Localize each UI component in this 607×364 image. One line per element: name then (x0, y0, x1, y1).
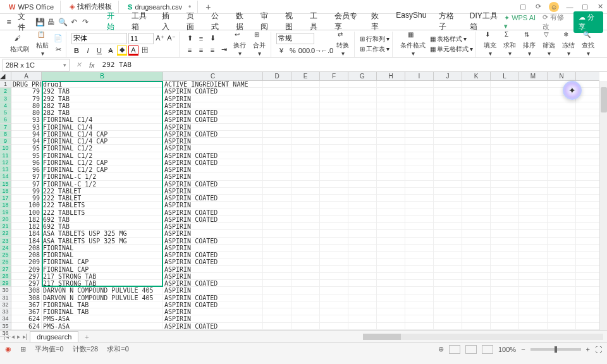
cell[interactable] (519, 195, 548, 201)
cell[interactable] (548, 188, 576, 194)
cell[interactable] (434, 315, 462, 322)
row-header[interactable]: 27 (0, 266, 11, 273)
cell[interactable] (405, 258, 434, 265)
cell[interactable] (377, 258, 405, 265)
merge-button[interactable]: ⊞合并▾ (250, 30, 268, 58)
cell[interactable] (462, 145, 491, 151)
cell[interactable] (491, 138, 519, 144)
sort-button[interactable]: ⇅排序▾ (520, 30, 538, 58)
cell[interactable] (462, 109, 491, 116)
status-tool-icon[interactable]: ⊕ (438, 345, 444, 353)
cell[interactable]: PMS-ASA (42, 323, 163, 329)
cell[interactable]: 282 TAB (42, 109, 163, 116)
cell[interactable] (434, 308, 462, 315)
cell[interactable] (320, 323, 348, 329)
cell[interactable] (348, 81, 377, 87)
cell[interactable] (434, 273, 462, 279)
cell[interactable] (519, 209, 548, 215)
fill-color-button[interactable]: ◆ (117, 46, 127, 56)
cell[interactable] (405, 124, 434, 130)
cell[interactable] (405, 266, 434, 272)
cell[interactable]: 80 (11, 102, 42, 109)
currency-icon[interactable]: ¥ (276, 46, 286, 56)
row-header[interactable]: 19 (0, 209, 11, 216)
fx-icon[interactable]: fx (85, 61, 99, 69)
cell[interactable] (263, 152, 291, 159)
cell[interactable] (491, 145, 519, 151)
row-header[interactable]: 20 (0, 216, 11, 223)
cell[interactable] (377, 159, 405, 166)
cell[interactable] (291, 266, 320, 272)
cell[interactable] (377, 294, 405, 301)
row-header[interactable]: 1 (0, 81, 11, 88)
cell[interactable] (548, 116, 576, 123)
cell[interactable] (434, 266, 462, 272)
cell[interactable] (377, 81, 405, 87)
cell[interactable] (377, 315, 405, 322)
cell[interactable]: 692 TAB (42, 216, 163, 222)
cell[interactable] (491, 230, 519, 236)
cell[interactable] (263, 301, 291, 308)
fullscreen-icon[interactable]: ⛶ (595, 346, 602, 353)
cell[interactable] (548, 230, 576, 236)
name-box[interactable]: 28R x 1C▾ (3, 59, 70, 71)
cell[interactable] (377, 124, 405, 130)
select-all-corner[interactable]: ◢ (0, 72, 11, 81)
italic-button[interactable]: I (83, 46, 93, 56)
cell[interactable]: drug1 (42, 81, 163, 87)
cell[interactable]: ASPIRIN COATED (163, 88, 263, 94)
cell[interactable] (548, 252, 576, 258)
cell[interactable] (377, 223, 405, 229)
col-header[interactable]: F (320, 72, 348, 80)
cell[interactable] (320, 301, 348, 308)
cell[interactable] (320, 258, 348, 265)
cell[interactable] (348, 280, 377, 286)
row-header[interactable]: 17 (0, 195, 11, 202)
cell[interactable]: ASPIRIN (163, 166, 263, 173)
row-header[interactable]: 31 (0, 294, 11, 301)
cell[interactable] (377, 188, 405, 194)
cell[interactable] (291, 301, 320, 308)
cell[interactable] (320, 230, 348, 236)
maximize-button[interactable]: ▢ (580, 3, 589, 11)
cell[interactable] (491, 152, 519, 159)
cell[interactable] (377, 287, 405, 293)
cell[interactable] (519, 173, 548, 179)
cell[interactable] (462, 238, 491, 244)
avatar[interactable]: ☺ (549, 2, 559, 12)
cell[interactable] (348, 152, 377, 159)
format-painter-button[interactable]: 🖌格式刷 (8, 33, 32, 55)
cell[interactable]: ASPIRIN COATED (163, 280, 263, 286)
col-header[interactable]: B (42, 72, 163, 80)
cell[interactable]: FIORINAL TAB (42, 308, 163, 315)
cell[interactable] (519, 294, 548, 301)
cell[interactable] (462, 88, 491, 94)
cell[interactable] (434, 223, 462, 229)
cell[interactable]: ASPIRIN COATED (163, 209, 263, 215)
cell[interactable] (519, 81, 548, 87)
cell[interactable] (462, 124, 491, 130)
cell[interactable] (519, 116, 548, 123)
cell[interactable]: ASPIRIN (163, 266, 263, 272)
cell[interactable] (263, 81, 291, 87)
cell[interactable] (491, 95, 519, 102)
cell[interactable]: 297 (11, 280, 42, 286)
cell[interactable] (263, 88, 291, 94)
cell[interactable]: ASPIRIN COATED (163, 216, 263, 222)
comma-icon[interactable]: 000 (299, 46, 309, 56)
cell[interactable] (263, 323, 291, 329)
cell[interactable] (434, 102, 462, 109)
save-icon[interactable]: 💾 (35, 16, 45, 28)
cell[interactable] (491, 202, 519, 208)
col-header[interactable]: K (462, 72, 491, 80)
cell[interactable] (405, 109, 434, 116)
cell[interactable] (348, 166, 377, 173)
cell[interactable] (377, 216, 405, 222)
cell[interactable] (348, 266, 377, 272)
cell[interactable] (405, 116, 434, 123)
cell[interactable]: 624 (11, 323, 42, 329)
cell[interactable] (405, 252, 434, 258)
rowcol-button[interactable]: ⊞ 行和列▾ (360, 35, 389, 44)
cell[interactable] (462, 230, 491, 236)
row-header[interactable]: 21 (0, 223, 11, 230)
